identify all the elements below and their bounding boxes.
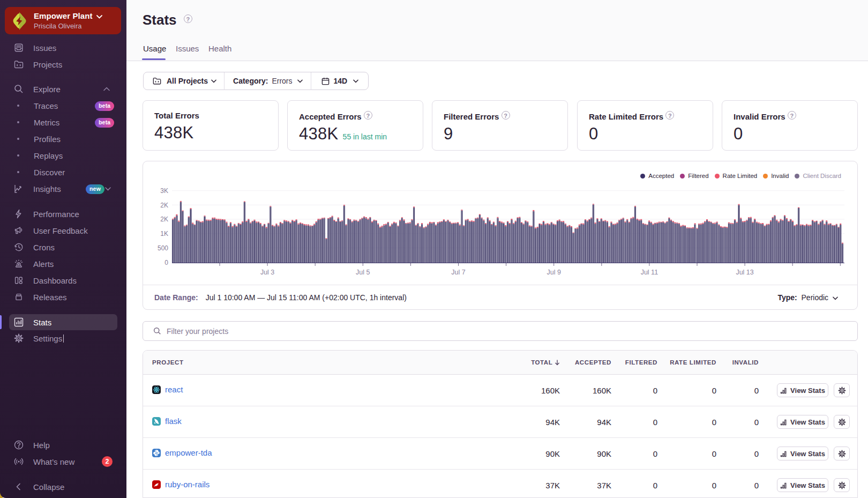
svg-text:3K: 3K bbox=[160, 187, 168, 195]
svg-text:2K: 2K bbox=[160, 215, 168, 223]
svg-text:Jul 7: Jul 7 bbox=[451, 269, 465, 276]
svg-text:Jul 9: Jul 9 bbox=[547, 269, 560, 276]
svg-text:Jul 3: Jul 3 bbox=[260, 269, 274, 276]
svg-text:Jul 13: Jul 13 bbox=[736, 269, 753, 276]
svg-text:Jul 11: Jul 11 bbox=[641, 269, 658, 276]
svg-text:Jul 5: Jul 5 bbox=[356, 269, 370, 276]
svg-text:2K: 2K bbox=[160, 202, 168, 209]
svg-text:500: 500 bbox=[158, 244, 168, 252]
svg-text:1K: 1K bbox=[160, 230, 168, 237]
svg-text:0: 0 bbox=[164, 259, 168, 266]
